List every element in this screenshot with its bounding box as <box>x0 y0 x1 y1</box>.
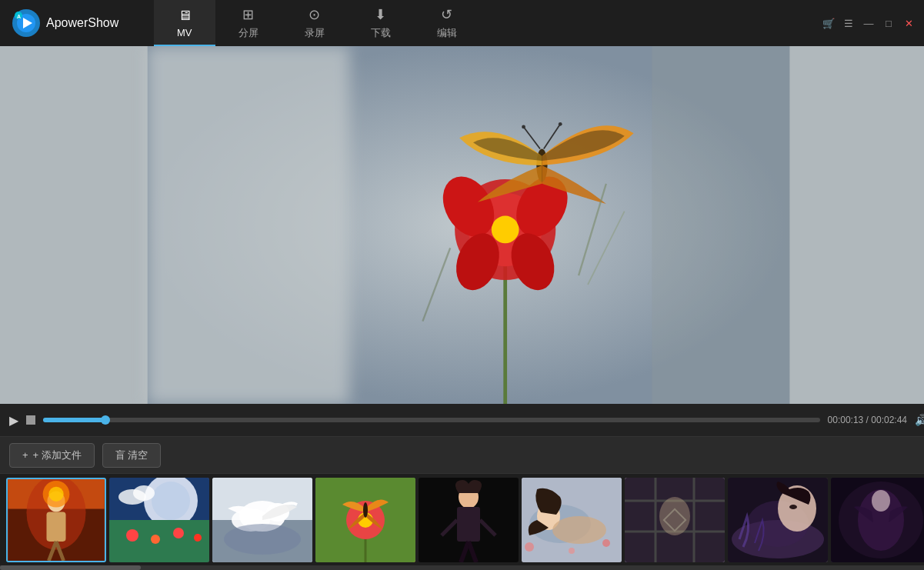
volume-icon[interactable]: 🔊 <box>915 414 924 426</box>
svg-rect-6 <box>148 46 349 404</box>
svg-text:A: A <box>17 14 21 19</box>
svg-point-48 <box>224 524 301 555</box>
svg-rect-56 <box>457 507 480 542</box>
tab-record[interactable]: ⊙ 录屏 <box>282 0 348 46</box>
svg-point-83 <box>872 490 890 512</box>
download-icon: ⬇ <box>375 6 386 23</box>
maximize-button[interactable]: □ <box>882 17 895 29</box>
svg-point-35 <box>152 482 190 520</box>
svg-point-39 <box>173 528 184 538</box>
svg-point-19 <box>559 122 562 126</box>
filmstrip-thumb-8[interactable] <box>728 478 828 562</box>
video-preview-area <box>0 46 924 404</box>
svg-point-66 <box>602 539 610 547</box>
window-controls: 🛒 ☰ — □ ✕ <box>822 17 924 29</box>
progress-thumb <box>101 415 110 425</box>
stop-button[interactable] <box>26 415 35 425</box>
cart-icon[interactable]: 🛒 <box>822 17 835 29</box>
svg-point-32 <box>48 486 63 501</box>
filmstrip-scrollbar[interactable] <box>0 565 924 570</box>
svg-point-37 <box>126 529 138 542</box>
filmstrip-thumb-4[interactable] <box>315 478 415 562</box>
left-panel: ▶ 00:00:13 / 00:02:44 🔊 + + 添加文件 盲 清空 <box>0 46 924 570</box>
svg-point-53 <box>363 502 368 518</box>
tab-mv[interactable]: 🖥 MV <box>154 0 215 46</box>
svg-point-10 <box>492 216 519 244</box>
progress-fill <box>43 418 105 422</box>
logo-area: A ApowerShow <box>0 9 154 37</box>
svg-point-67 <box>569 548 575 554</box>
tab-edit[interactable]: ↺ 编辑 <box>414 0 480 46</box>
svg-rect-20 <box>652 46 789 404</box>
mv-icon: 🖥 <box>178 8 192 24</box>
play-pause-button[interactable]: ▶ <box>9 413 18 428</box>
plus-icon: + <box>22 449 28 461</box>
svg-point-64 <box>552 516 606 544</box>
filmstrip <box>0 473 924 565</box>
svg-point-18 <box>522 125 525 129</box>
filmstrip-thumb-3[interactable] <box>212 478 312 562</box>
svg-point-42 <box>133 485 155 501</box>
record-icon: ⊙ <box>309 6 320 23</box>
filmstrip-scroll-thumb[interactable] <box>0 565 141 570</box>
add-file-button[interactable]: + + 添加文件 <box>9 443 95 468</box>
progress-bar[interactable] <box>43 418 820 422</box>
app-name: ApowerShow <box>46 16 118 30</box>
filmstrip-thumb-5[interactable] <box>419 478 519 562</box>
main-area: ▶ 00:00:13 / 00:02:44 🔊 + + 添加文件 盲 清空 <box>0 46 924 570</box>
split-icon: ⊞ <box>242 6 254 23</box>
svg-point-79 <box>789 505 797 509</box>
tab-split[interactable]: ⊞ 分屏 <box>215 0 282 46</box>
video-preview-frame <box>0 46 924 404</box>
app-logo-icon: A <box>12 9 40 37</box>
controls-bar: ▶ 00:00:13 / 00:02:44 🔊 <box>0 404 924 436</box>
close-button[interactable]: ✕ <box>902 17 915 29</box>
titlebar: A ApowerShow 🖥 MV ⊞ 分屏 ⊙ 录屏 ⬇ 下载 ↺ 编辑 🛒 … <box>0 0 924 46</box>
filmstrip-thumb-6[interactable] <box>522 478 622 562</box>
filmstrip-thumb-2[interactable] <box>109 478 209 562</box>
bottom-toolbar: + + 添加文件 盲 清空 <box>0 436 924 473</box>
nav-tabs: 🖥 MV ⊞ 分屏 ⊙ 录屏 ⬇ 下载 ↺ 编辑 <box>154 0 822 46</box>
svg-point-38 <box>151 535 160 544</box>
list-icon[interactable]: ☰ <box>842 17 855 29</box>
tab-download[interactable]: ⬇ 下载 <box>348 0 414 46</box>
preview-svg <box>0 46 924 404</box>
svg-point-74 <box>659 497 690 535</box>
filmstrip-thumb-9[interactable] <box>831 478 924 562</box>
edit-icon: ↺ <box>441 6 452 23</box>
minimize-button[interactable]: — <box>862 17 875 29</box>
svg-point-65 <box>525 542 534 552</box>
filmstrip-thumb-7[interactable] <box>625 478 725 562</box>
svg-point-40 <box>194 534 202 542</box>
clear-button[interactable]: 盲 清空 <box>102 443 162 468</box>
svg-rect-28 <box>46 512 65 542</box>
time-display: 00:00:13 / 00:02:44 <box>828 415 907 425</box>
filmstrip-thumb-1[interactable] <box>6 478 106 562</box>
